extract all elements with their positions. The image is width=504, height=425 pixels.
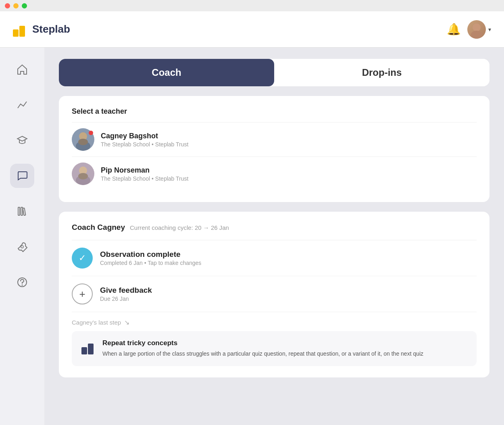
teacher-avatar-pip: [72, 162, 94, 185]
svg-point-14: [78, 139, 88, 145]
coach-header: Coach Cagney Current coaching cycle: 20 …: [72, 223, 477, 240]
complete-check-icon: ✓: [72, 248, 93, 269]
logo-icon: [13, 22, 27, 37]
sidebar-item-library[interactable]: [10, 199, 34, 223]
tab-coach[interactable]: Coach: [59, 59, 274, 86]
sidebar-item-home[interactable]: [10, 57, 34, 81]
teacher-item-pip[interactable]: Pip Norseman The Steplab School • Stepla…: [72, 156, 477, 191]
sidebar: [0, 48, 44, 425]
svg-point-3: [471, 31, 482, 39]
teacher-info-pip: Pip Norseman The Steplab School • Stepla…: [101, 166, 188, 182]
teacher-item-cagney[interactable]: Cagney Bagshot The Steplab School • Step…: [72, 122, 477, 156]
header-right: 🔔 ▾: [447, 20, 491, 39]
minimize-button[interactable]: [13, 3, 19, 8]
chevron-down-icon: ▾: [488, 26, 491, 33]
tab-bar: Coach Drop-ins: [59, 59, 489, 86]
step-text: Repeat tricky concepts When a large port…: [102, 339, 423, 358]
titlebar: [0, 0, 504, 11]
plus-icon: +: [72, 283, 93, 304]
svg-rect-20: [88, 344, 94, 354]
coach-cagney-card: Coach Cagney Current coaching cycle: 20 …: [59, 212, 489, 377]
notifications-icon[interactable]: 🔔: [447, 23, 461, 36]
teacher-info-cagney: Cagney Bagshot The Steplab School • Step…: [101, 132, 188, 148]
svg-point-10: [22, 285, 23, 286]
last-step-header: Cagney's last step ↘: [72, 312, 477, 331]
svg-rect-1: [19, 26, 25, 37]
svg-point-2: [473, 23, 481, 31]
feedback-info: Give feedback Due 26 Jan: [100, 286, 152, 302]
svg-point-8: [21, 246, 23, 248]
action-observation[interactable]: ✓ Observation complete Completed 6 Jan •…: [72, 240, 477, 276]
tab-dropins[interactable]: Drop-ins: [274, 59, 489, 86]
user-avatar-button[interactable]: ▾: [467, 20, 491, 39]
svg-rect-6: [21, 207, 23, 215]
avatar: [467, 20, 486, 39]
last-step-label: Cagney's last step: [72, 319, 121, 326]
svg-point-18: [78, 173, 88, 179]
step-card[interactable]: Repeat tricky concepts When a large port…: [72, 331, 477, 366]
select-teacher-title: Select a teacher: [72, 107, 477, 116]
svg-rect-0: [13, 29, 19, 37]
svg-marker-4: [17, 136, 27, 141]
sidebar-item-chart[interactable]: [10, 93, 34, 117]
sidebar-item-chat[interactable]: [10, 164, 34, 188]
observation-info: Observation complete Completed 6 Jan • T…: [100, 250, 201, 266]
notification-dot: [89, 131, 93, 135]
select-teacher-card: Select a teacher Cagney Bagshot The Step…: [59, 96, 489, 202]
close-button[interactable]: [5, 3, 10, 8]
step-icon: [81, 340, 96, 354]
svg-rect-5: [18, 207, 20, 215]
svg-rect-19: [81, 347, 87, 354]
cycle-label: Current coaching cycle: 20 → 26 Jan: [130, 224, 229, 231]
svg-rect-7: [23, 208, 25, 215]
app-header: Steplab 🔔 ▾: [0, 11, 504, 48]
logo-text: Steplab: [32, 23, 70, 35]
arrow-icon: ↘: [124, 319, 129, 326]
sidebar-item-graduation[interactable]: [10, 128, 34, 152]
content-area: Coach Drop-ins Select a teacher: [44, 48, 504, 425]
action-feedback[interactable]: + Give feedback Due 26 Jan: [72, 276, 477, 312]
maximize-button[interactable]: [22, 3, 27, 8]
logo-area: Steplab: [13, 22, 70, 37]
coach-name: Coach Cagney: [72, 223, 125, 232]
sidebar-item-help[interactable]: [10, 270, 34, 294]
sidebar-item-tools[interactable]: [10, 235, 34, 259]
main-layout: Coach Drop-ins Select a teacher: [0, 48, 504, 425]
